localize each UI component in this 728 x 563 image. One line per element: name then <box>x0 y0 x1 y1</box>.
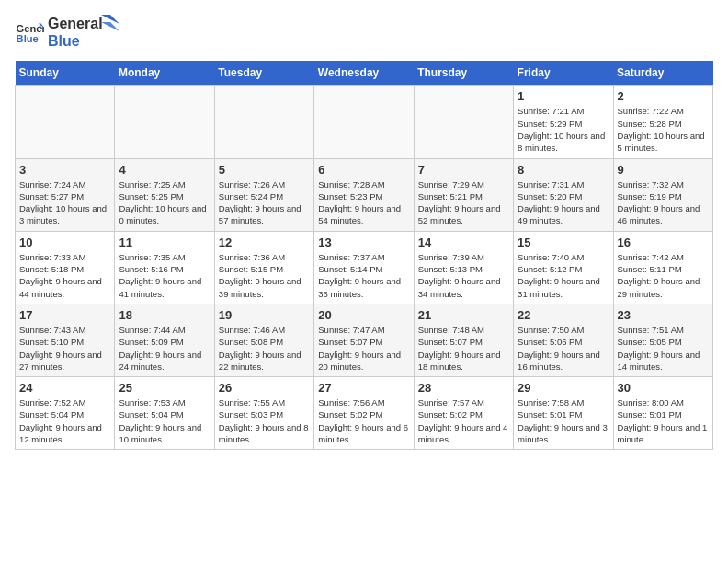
day-info: Sunrise: 7:48 AMSunset: 5:07 PMDaylight:… <box>418 324 509 373</box>
calendar-day: 4Sunrise: 7:25 AMSunset: 5:25 PMDaylight… <box>115 158 214 231</box>
logo-text-blue: Blue <box>48 32 103 50</box>
day-info: Sunrise: 7:53 AMSunset: 5:04 PMDaylight:… <box>119 396 210 445</box>
day-info: Sunrise: 7:58 AMSunset: 5:01 PMDaylight:… <box>518 396 609 445</box>
logo-text-general: General <box>48 15 103 32</box>
day-info: Sunrise: 8:00 AMSunset: 5:01 PMDaylight:… <box>618 396 709 445</box>
day-number: 11 <box>119 236 210 249</box>
calendar-day: 26Sunrise: 7:55 AMSunset: 5:03 PMDayligh… <box>214 377 313 450</box>
calendar-day: 17Sunrise: 7:43 AMSunset: 5:10 PMDayligh… <box>16 304 115 376</box>
day-info: Sunrise: 7:21 AMSunset: 5:29 PMDaylight:… <box>518 105 609 154</box>
day-header-monday: Monday <box>115 61 214 86</box>
calendar-day <box>414 86 513 158</box>
day-info: Sunrise: 7:42 AMSunset: 5:11 PMDaylight:… <box>618 251 709 300</box>
day-number: 22 <box>518 308 609 322</box>
day-number: 4 <box>119 163 210 177</box>
calendar-day: 5Sunrise: 7:26 AMSunset: 5:24 PMDaylight… <box>214 158 313 231</box>
calendar-day: 20Sunrise: 7:47 AMSunset: 5:07 PMDayligh… <box>314 304 414 376</box>
day-number: 9 <box>618 163 709 177</box>
day-info: Sunrise: 7:26 AMSunset: 5:24 PMDaylight:… <box>219 178 310 227</box>
calendar-day: 23Sunrise: 7:51 AMSunset: 5:05 PMDayligh… <box>613 304 712 376</box>
svg-marker-5 <box>101 22 119 31</box>
calendar-week-row: 1Sunrise: 7:21 AMSunset: 5:29 PMDaylight… <box>16 86 713 158</box>
day-info: Sunrise: 7:24 AMSunset: 5:27 PMDaylight:… <box>19 178 110 227</box>
calendar-day: 2Sunrise: 7:22 AMSunset: 5:28 PMDaylight… <box>613 86 712 158</box>
day-info: Sunrise: 7:29 AMSunset: 5:21 PMDaylight:… <box>418 178 509 227</box>
calendar-day: 7Sunrise: 7:29 AMSunset: 5:21 PMDaylight… <box>414 158 513 231</box>
calendar-day <box>314 86 414 158</box>
logo-arrow-icon <box>101 15 119 42</box>
day-info: Sunrise: 7:36 AMSunset: 5:15 PMDaylight:… <box>219 251 310 300</box>
day-info: Sunrise: 7:25 AMSunset: 5:25 PMDaylight:… <box>119 178 210 227</box>
calendar-day: 28Sunrise: 7:57 AMSunset: 5:02 PMDayligh… <box>414 377 513 450</box>
day-number: 19 <box>219 308 310 322</box>
logo: General Blue General Blue <box>15 15 119 50</box>
calendar-week-row: 17Sunrise: 7:43 AMSunset: 5:10 PMDayligh… <box>16 304 713 376</box>
day-info: Sunrise: 7:31 AMSunset: 5:20 PMDaylight:… <box>518 178 609 227</box>
calendar-week-row: 10Sunrise: 7:33 AMSunset: 5:18 PMDayligh… <box>16 231 713 304</box>
calendar-day: 29Sunrise: 7:58 AMSunset: 5:01 PMDayligh… <box>514 377 613 450</box>
svg-text:General: General <box>17 23 44 34</box>
day-number: 6 <box>318 163 409 177</box>
calendar-day: 8Sunrise: 7:31 AMSunset: 5:20 PMDaylight… <box>514 158 613 231</box>
day-info: Sunrise: 7:22 AMSunset: 5:28 PMDaylight:… <box>618 105 709 154</box>
day-info: Sunrise: 7:55 AMSunset: 5:03 PMDaylight:… <box>219 396 310 445</box>
calendar-day: 25Sunrise: 7:53 AMSunset: 5:04 PMDayligh… <box>115 377 214 450</box>
day-number: 3 <box>19 163 110 177</box>
day-info: Sunrise: 7:46 AMSunset: 5:08 PMDaylight:… <box>219 324 310 373</box>
day-number: 24 <box>19 381 110 395</box>
day-info: Sunrise: 7:37 AMSunset: 5:14 PMDaylight:… <box>318 251 409 300</box>
day-info: Sunrise: 7:32 AMSunset: 5:19 PMDaylight:… <box>618 178 709 227</box>
calendar-day: 9Sunrise: 7:32 AMSunset: 5:19 PMDaylight… <box>613 158 712 231</box>
calendar-day: 27Sunrise: 7:56 AMSunset: 5:02 PMDayligh… <box>314 377 414 450</box>
day-number: 7 <box>418 163 509 177</box>
calendar-week-row: 24Sunrise: 7:52 AMSunset: 5:04 PMDayligh… <box>16 377 713 450</box>
day-number: 26 <box>219 381 310 395</box>
day-number: 30 <box>618 381 709 395</box>
day-info: Sunrise: 7:51 AMSunset: 5:05 PMDaylight:… <box>618 324 709 373</box>
day-info: Sunrise: 7:56 AMSunset: 5:02 PMDaylight:… <box>318 396 409 445</box>
day-number: 29 <box>518 381 609 395</box>
calendar-day: 13Sunrise: 7:37 AMSunset: 5:14 PMDayligh… <box>314 231 414 304</box>
day-number: 10 <box>19 236 110 249</box>
day-info: Sunrise: 7:28 AMSunset: 5:23 PMDaylight:… <box>318 178 409 227</box>
day-number: 14 <box>418 236 509 249</box>
day-number: 15 <box>518 236 609 249</box>
day-header-sunday: Sunday <box>16 61 115 86</box>
calendar-day: 6Sunrise: 7:28 AMSunset: 5:23 PMDaylight… <box>314 158 414 231</box>
day-info: Sunrise: 7:43 AMSunset: 5:10 PMDaylight:… <box>19 324 110 373</box>
calendar-day: 15Sunrise: 7:40 AMSunset: 5:12 PMDayligh… <box>514 231 613 304</box>
day-number: 2 <box>618 89 709 103</box>
calendar-day: 1Sunrise: 7:21 AMSunset: 5:29 PMDaylight… <box>514 86 613 158</box>
calendar-day: 24Sunrise: 7:52 AMSunset: 5:04 PMDayligh… <box>16 377 115 450</box>
day-number: 5 <box>219 163 310 177</box>
day-number: 1 <box>518 89 609 103</box>
day-info: Sunrise: 7:57 AMSunset: 5:02 PMDaylight:… <box>418 396 509 445</box>
day-info: Sunrise: 7:50 AMSunset: 5:06 PMDaylight:… <box>518 324 609 373</box>
calendar-week-row: 3Sunrise: 7:24 AMSunset: 5:27 PMDaylight… <box>16 158 713 231</box>
calendar-table: SundayMondayTuesdayWednesdayThursdayFrid… <box>15 61 713 450</box>
calendar-day <box>214 86 313 158</box>
day-number: 12 <box>219 236 310 249</box>
day-info: Sunrise: 7:44 AMSunset: 5:09 PMDaylight:… <box>119 324 210 373</box>
page-header: General Blue General Blue <box>15 15 713 50</box>
calendar-day: 10Sunrise: 7:33 AMSunset: 5:18 PMDayligh… <box>16 231 115 304</box>
calendar-day: 14Sunrise: 7:39 AMSunset: 5:13 PMDayligh… <box>414 231 513 304</box>
day-header-friday: Friday <box>514 61 613 86</box>
calendar-day: 19Sunrise: 7:46 AMSunset: 5:08 PMDayligh… <box>214 304 313 376</box>
day-info: Sunrise: 7:33 AMSunset: 5:18 PMDaylight:… <box>19 251 110 300</box>
logo-icon: General Blue <box>15 17 44 47</box>
calendar-day: 21Sunrise: 7:48 AMSunset: 5:07 PMDayligh… <box>414 304 513 376</box>
calendar-day: 18Sunrise: 7:44 AMSunset: 5:09 PMDayligh… <box>115 304 214 376</box>
calendar-day: 12Sunrise: 7:36 AMSunset: 5:15 PMDayligh… <box>214 231 313 304</box>
day-info: Sunrise: 7:52 AMSunset: 5:04 PMDaylight:… <box>19 396 110 445</box>
day-number: 25 <box>119 381 210 395</box>
day-header-saturday: Saturday <box>613 61 712 86</box>
day-info: Sunrise: 7:35 AMSunset: 5:16 PMDaylight:… <box>119 251 210 300</box>
day-number: 23 <box>618 308 709 322</box>
calendar-day: 22Sunrise: 7:50 AMSunset: 5:06 PMDayligh… <box>514 304 613 376</box>
day-number: 21 <box>418 308 509 322</box>
days-header-row: SundayMondayTuesdayWednesdayThursdayFrid… <box>16 61 713 86</box>
calendar-day <box>115 86 214 158</box>
calendar-day: 3Sunrise: 7:24 AMSunset: 5:27 PMDaylight… <box>16 158 115 231</box>
calendar-day: 11Sunrise: 7:35 AMSunset: 5:16 PMDayligh… <box>115 231 214 304</box>
